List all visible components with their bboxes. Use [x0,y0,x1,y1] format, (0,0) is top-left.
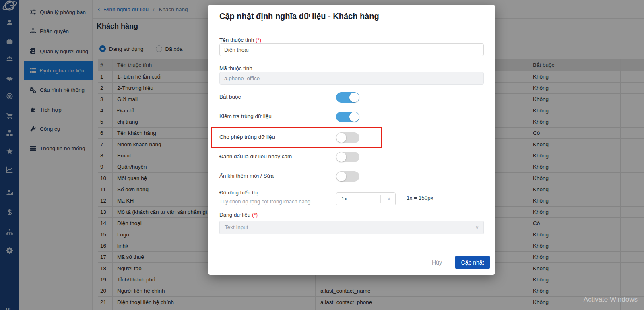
toggle-label: Kiểm tra trùng dữ liệu [219,113,272,119]
width-field-hint: Tùy chọn độ rộng cột trong khách hàng [219,198,310,205]
activate-windows-watermark: Activate Windows [584,296,638,304]
width-note: 1x = 150px [407,195,433,201]
cancel-button[interactable]: Hủy [429,256,444,269]
datatype-select-value: Text Input [225,221,248,234]
toggle-knob [336,172,346,181]
toggle-knob [336,133,346,143]
app-root: VI Quản lý phòng banPhân quyềnQuản lý ng… [0,0,644,310]
toggle-knob [349,112,359,122]
toggle-knob [336,152,346,162]
width-select-value: 1x [341,193,347,205]
required-mark: (*) [252,212,258,218]
chevron-down-icon: ∨ [475,221,479,234]
code-field-label: Mã thuộc tính [219,65,252,71]
modal-header: Cập nhật định nghĩa dữ liệu - Khách hàng [208,5,495,29]
toggle-label: Bắt buộc [219,94,241,100]
datatype-select: Text Input ∨ [219,221,484,234]
chevron-down-icon: ∨ [387,193,391,205]
datatype-field-label: Dạng dữ liệu (*) [219,212,258,218]
name-field-input[interactable] [219,43,484,56]
toggle-label: Cho phép trùng dữ liệu [219,134,275,140]
width-field-label: Độ rộng hiển thị [219,190,258,196]
modal-title: Cập nhật định nghĩa dữ liệu - Khách hàng [219,12,379,21]
modal-footer-divider [208,252,495,252]
update-button[interactable]: Cập nhật [455,256,490,269]
toggle-switch-on[interactable] [336,92,359,103]
toggle-switch-off[interactable] [336,132,359,143]
code-field-input [219,72,484,85]
name-field-label: Tên thuộc tính (*) [219,37,261,43]
required-mark: (*) [256,37,261,43]
select-divider [380,195,381,203]
toggle-switch-off[interactable] [336,171,359,182]
toggle-switch-off[interactable] [336,152,359,162]
toggle-switch-on[interactable] [336,112,359,122]
width-select[interactable]: 1x ∨ [336,192,396,205]
toggle-label: Ẩn khi thêm mới / Sửa [219,173,274,179]
toggle-label: Đánh dấu là dữ liệu nhạy cảm [219,153,292,159]
update-attribute-modal: Cập nhật định nghĩa dữ liệu - Khách hàng… [208,5,495,275]
toggle-knob [349,93,359,102]
